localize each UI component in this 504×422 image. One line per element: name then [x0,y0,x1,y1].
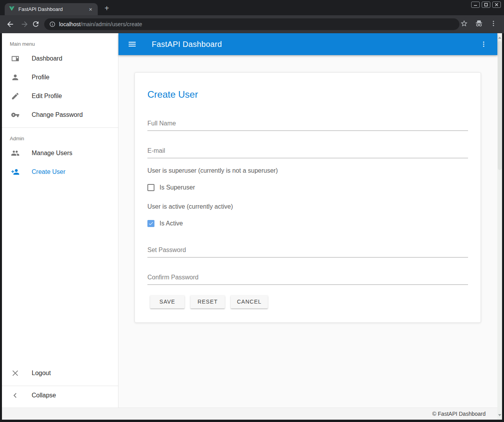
address-bar[interactable]: localhost/main/admin/users/create [44,18,459,30]
email-input[interactable] [147,147,468,158]
active-note: User is active (currently active) [147,203,468,210]
scrollbar-thumb[interactable] [498,41,502,170]
full-name-input[interactable] [147,120,468,131]
reset-button[interactable]: RESET [190,295,225,308]
create-user-card: Create User User is superuser (currently… [135,72,481,323]
tab-title: FastAPI Dashboard [18,6,87,12]
url-path: /main/admin/users/create [81,21,142,27]
tab-close-icon[interactable]: × [87,5,94,13]
sidebar-item-edit-profile[interactable]: Edit Profile [2,87,118,106]
superuser-checkbox[interactable] [147,184,154,191]
sidebar-item-label: Manage Users [32,150,72,157]
vue-favicon-icon [9,6,15,12]
superuser-note: User is superuser (currently is not a su… [147,167,468,174]
app-bar: FastAPI Dashboard [118,33,497,55]
new-tab-button[interactable]: + [102,4,111,13]
footer-copyright: © FastAPI Dashboard [432,411,486,417]
sidebar-item-label: Create User [32,168,65,175]
sidebar-item-manage-users[interactable]: Manage Users [2,144,118,163]
chevron-left-icon [11,391,20,400]
sidebar-section-admin: Admin [2,128,118,144]
close-window-button[interactable] [492,2,501,8]
sidebar-item-create-user[interactable]: Create User [2,163,118,181]
sidebar-spacer [2,181,118,364]
forward-icon[interactable] [20,20,29,29]
back-icon[interactable] [6,20,14,29]
site-info-icon[interactable] [49,21,56,27]
url-host: localhost [59,21,81,27]
sidebar-item-dashboard[interactable]: Dashboard [2,49,118,68]
superuser-checkbox-row[interactable]: Is Superuser [147,184,468,191]
pencil-icon [11,92,20,100]
page-title: Create User [147,89,468,100]
set-password-input[interactable] [147,247,468,257]
sidebar-item-label: Profile [32,74,49,81]
active-checkbox-label: Is Active [160,220,183,227]
main-area: FastAPI Dashboard Create User User is su… [118,33,497,408]
incognito-icon [475,20,483,27]
sidebar-item-label: Dashboard [32,55,62,62]
dashboard-icon [11,54,20,63]
person-icon [11,73,20,82]
page-scrollbar[interactable] [497,33,502,420]
reload-icon[interactable] [32,20,40,29]
maximize-button[interactable] [482,2,490,8]
people-icon [11,149,20,157]
minimize-button[interactable] [471,2,480,8]
browser-tab-strip: FastAPI Dashboard × + [0,0,504,15]
scrollbar-up-icon[interactable] [498,37,501,39]
browser-menu-icon[interactable] [490,20,497,27]
window-controls [471,2,501,8]
sidebar-item-change-password[interactable]: Change Password [2,106,118,124]
active-checkbox-row[interactable]: Is Active [147,220,468,227]
page-footer: © FastAPI Dashboard [2,408,497,420]
sidebar-item-logout[interactable]: Logout [2,364,118,383]
sidebar-item-profile[interactable]: Profile [2,68,118,87]
browser-tab[interactable]: FastAPI Dashboard × [5,3,98,15]
confirm-password-input[interactable] [147,274,468,285]
url-text: localhost/main/admin/users/create [59,21,142,27]
sidebar-item-label: Collapse [32,392,56,399]
form-buttons: SAVE RESET CANCEL [150,295,468,308]
sidebar-item-label: Change Password [32,111,83,118]
sidebar-section-main-menu: Main menu [2,33,118,49]
key-icon [11,111,20,119]
cancel-button[interactable]: CANCEL [231,295,268,308]
sidebar-item-label: Logout [32,370,51,377]
close-x-icon [11,369,20,377]
scrollbar-down-icon[interactable] [498,414,501,416]
person-add-icon [11,168,20,176]
bookmark-star-icon[interactable] [460,20,468,27]
active-checkbox[interactable] [147,220,154,227]
sidebar: Main menu Dashboard Profile Edit Profile… [2,33,118,408]
sidebar-item-collapse[interactable]: Collapse [2,386,118,405]
appbar-menu-dots-icon[interactable] [476,36,491,52]
hamburger-menu-icon[interactable] [124,36,140,52]
browser-toolbar: localhost/main/admin/users/create [0,15,504,33]
appbar-title: FastAPI Dashboard [152,40,222,49]
save-button[interactable]: SAVE [150,295,185,308]
sidebar-item-label: Edit Profile [32,93,62,100]
superuser-checkbox-label: Is Superuser [160,184,195,191]
